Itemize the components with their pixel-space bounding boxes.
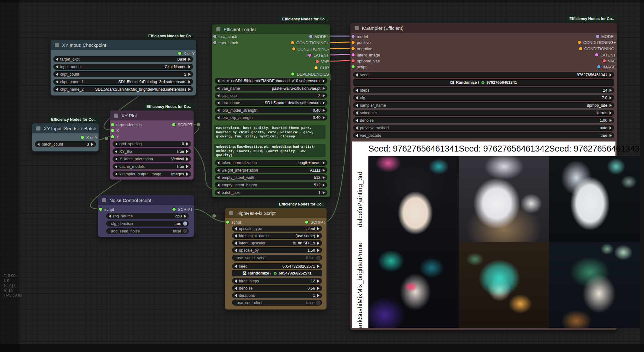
randomize-button[interactable]: ⚄ Randomize / ♻ 97627656461341 (353, 79, 614, 86)
collapse-icon[interactable] (114, 114, 118, 118)
input-socket-icon[interactable] (351, 41, 355, 44)
input-socket-icon[interactable] (111, 129, 114, 132)
reroute-dot[interactable] (212, 214, 216, 218)
output-latent[interactable]: LATENT (308, 53, 329, 58)
input-lora-stack[interactable]: lora_stack (213, 34, 237, 39)
input-socket-icon[interactable] (111, 123, 114, 126)
output-socket-icon[interactable] (292, 47, 295, 51)
decrement-arrow-icon[interactable] (56, 73, 58, 76)
collapse-icon[interactable] (229, 211, 233, 215)
widget-batch-size[interactable]: batch_size 1 (215, 189, 327, 195)
widget-lora-name[interactable]: lora_name SD1.5\more_details.safetensors (215, 100, 327, 106)
widget-xy-flip[interactable]: XY_flip True (113, 148, 191, 154)
increment-arrow-icon[interactable] (610, 111, 612, 115)
output-socket-icon[interactable] (178, 52, 181, 55)
decrement-arrow-icon[interactable] (56, 80, 58, 83)
input-socket-icon[interactable] (351, 47, 355, 50)
widget-batch-count[interactable]: batch_count 3 (35, 141, 96, 147)
increment-arrow-icon[interactable] (323, 184, 325, 187)
increment-arrow-icon[interactable] (323, 169, 325, 172)
widget-target-ckpt[interactable]: target_ckpt Base (53, 56, 193, 62)
widget-ckpt-name[interactable]: ckpt_name SD1.5\bluemixTMNDEnhanced_v10.… (215, 78, 327, 84)
widget-grid-spacing[interactable]: grid_spacing 0 (113, 141, 191, 147)
widget-rng-source[interactable]: rng_source gpu (106, 213, 189, 219)
decrement-arrow-icon[interactable] (56, 58, 58, 61)
node-xy-input-seeds-batch[interactable]: XY Input: Seeds++ Batch X or Y batch_cou… (32, 123, 99, 152)
decrement-arrow-icon[interactable] (235, 249, 237, 252)
node-header[interactable]: KSampler (Efficient) (351, 23, 617, 33)
decrement-arrow-icon[interactable] (217, 184, 219, 187)
output-conditioning-negative[interactable]: CONDITIONING- (579, 46, 616, 51)
decrement-arrow-icon[interactable] (235, 234, 237, 237)
output-socket-icon[interactable] (595, 53, 598, 56)
input-socket-icon[interactable] (99, 208, 102, 211)
decrement-arrow-icon[interactable] (217, 79, 219, 83)
increment-arrow-icon[interactable] (188, 88, 191, 91)
decrement-arrow-icon[interactable] (217, 87, 219, 90)
decrement-arrow-icon[interactable] (217, 191, 219, 194)
widget-ksampler-output-image[interactable]: ksampler_output_image Images (113, 171, 191, 177)
randomize-button[interactable]: ⚄ Randomize / ♻ 605473268262571 (232, 270, 322, 276)
increment-arrow-icon[interactable] (323, 176, 325, 179)
increment-arrow-icon[interactable] (610, 104, 612, 107)
widget-denoise[interactable]: denoise 1.00 (353, 117, 614, 123)
widget-hires-denoise[interactable]: denoise 0.56 (232, 285, 322, 291)
node-xy-input-checkpoint[interactable]: XY Input: Checkpoint X or Y target_ckpt … (50, 40, 196, 96)
decrement-arrow-icon[interactable] (235, 294, 237, 297)
widget-token-normalization[interactable]: token_normalization length+mean (215, 160, 327, 166)
decrement-arrow-icon[interactable] (356, 73, 358, 77)
widget-hires-ckpt-name[interactable]: hires_ckpt_name (use same) (232, 233, 322, 239)
increment-arrow-icon[interactable] (184, 215, 186, 218)
widget-use-same-seed[interactable]: use_same_seed false (232, 255, 322, 261)
input-y[interactable]: Y (111, 134, 119, 139)
decrement-arrow-icon[interactable] (217, 176, 219, 179)
output-model[interactable]: MODEL (309, 34, 329, 39)
output-script[interactable]: SCRIPT (172, 122, 193, 127)
output-x-or-y[interactable]: X or Y (81, 135, 98, 140)
widget-input-mode[interactable]: input_mode Ckpt Names (53, 64, 193, 70)
widget-vae-decode[interactable]: vae_decode true (353, 132, 614, 138)
increment-arrow-icon[interactable] (323, 101, 325, 104)
output-vae[interactable]: VAE (316, 59, 329, 64)
increment-arrow-icon[interactable] (188, 58, 191, 61)
xy-plot-preview[interactable]: Seed: 97627656461341 Seed: 9762765646134… (352, 141, 615, 328)
increment-arrow-icon[interactable] (317, 227, 319, 230)
decrement-arrow-icon[interactable] (356, 119, 358, 122)
widget-clip-skip[interactable]: clip_skip -2 (215, 93, 327, 99)
decrement-arrow-icon[interactable] (217, 169, 219, 172)
output-socket-icon[interactable] (603, 59, 606, 62)
positive-prompt-textarea[interactable]: masterpiece, best quality, haunted theme… (214, 125, 325, 139)
output-image[interactable]: IMAGE (597, 64, 616, 69)
output-vae[interactable]: VAE (603, 58, 616, 63)
widget-iterations[interactable]: iterations 1 (232, 292, 322, 298)
output-socket-icon[interactable] (291, 41, 294, 44)
decrement-arrow-icon[interactable] (356, 134, 358, 137)
output-socket-icon[interactable] (578, 41, 581, 44)
increment-arrow-icon[interactable] (610, 89, 612, 92)
node-ksampler-efficient[interactable]: KSampler (Efficient) model positive nega… (350, 23, 617, 330)
node-noise-control-script[interactable]: Noise Control Script script SCRIPT rng_s… (98, 195, 194, 237)
input-model[interactable]: model (351, 34, 368, 39)
output-socket-icon[interactable] (316, 60, 319, 63)
increment-arrow-icon[interactable] (317, 265, 319, 268)
widget-add-seed-noise[interactable]: add_seed_noise false (106, 228, 189, 234)
widget-empty-latent-height[interactable]: empty_latent_height 512 (215, 182, 327, 188)
output-socket-icon[interactable] (579, 47, 582, 50)
increment-arrow-icon[interactable] (323, 161, 325, 164)
widget-lora-model-strength[interactable]: lora_model_strength 0.40 (215, 107, 327, 113)
decrement-arrow-icon[interactable] (235, 287, 237, 290)
input-socket-icon[interactable] (213, 41, 216, 44)
decrement-arrow-icon[interactable] (37, 143, 40, 146)
output-model[interactable]: MODEL (596, 34, 616, 39)
output-x-or-y[interactable]: X or Y (178, 51, 195, 56)
widget-lora-clip-strength[interactable]: lora_clip_strength 0.40 (215, 115, 327, 120)
input-socket-icon[interactable] (351, 65, 355, 68)
input-x[interactable]: X (111, 128, 119, 133)
decrement-arrow-icon[interactable] (235, 227, 237, 230)
output-clip[interactable]: CLIP (314, 65, 329, 70)
collapse-icon[interactable] (36, 126, 40, 131)
decrement-arrow-icon[interactable] (115, 157, 117, 161)
input-socket-icon[interactable] (351, 35, 355, 38)
increment-arrow-icon[interactable] (186, 157, 188, 161)
collapse-icon[interactable] (355, 26, 359, 30)
